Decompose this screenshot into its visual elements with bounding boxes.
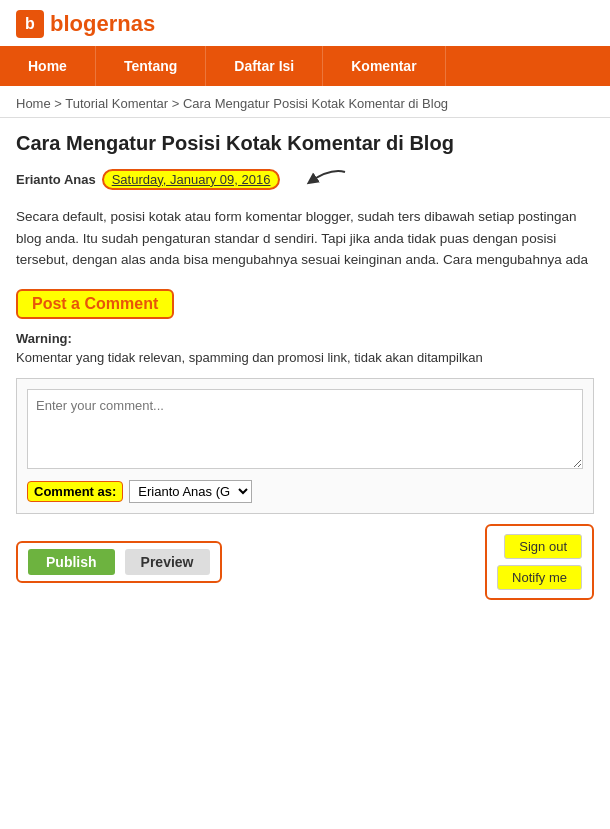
header: b blogernas <box>0 0 610 46</box>
preview-button[interactable]: Preview <box>125 549 210 575</box>
left-actions-group: Publish Preview <box>16 541 222 583</box>
nav-item-home[interactable]: Home <box>0 46 96 86</box>
notify-me-button[interactable]: Notify me <box>497 565 582 590</box>
post-meta: Erianto Anas Saturday, January 09, 2016 <box>16 164 594 194</box>
comment-box-wrapper: Comment as: Erianto Anas (G <box>16 378 594 514</box>
sign-out-button[interactable]: Sign out <box>504 534 582 559</box>
logo-text-prefix: blog <box>50 11 96 36</box>
nav-item-komentar[interactable]: Komentar <box>323 46 445 86</box>
right-actions-group: Sign out Notify me <box>485 524 594 600</box>
comment-section: Post a Comment Warning: Komentar yang ti… <box>16 289 594 600</box>
nav-item-daftar-isi[interactable]: Daftar Isi <box>206 46 323 86</box>
comment-as-select[interactable]: Erianto Anas (G <box>129 480 252 503</box>
main-nav: Home Tentang Daftar Isi Komentar <box>0 46 610 86</box>
comment-as-label: Comment as: <box>27 481 123 502</box>
logo-icon: b <box>16 10 44 38</box>
logo-text-suffix: ernas <box>96 11 155 36</box>
post-body: Secara default, posisi kotak atau form k… <box>16 206 594 271</box>
main-content: Cara Mengatur Posisi Kotak Komentar di B… <box>0 118 610 600</box>
warning-label: Warning: <box>16 331 72 346</box>
nav-item-tentang[interactable]: Tentang <box>96 46 206 86</box>
logo-text: blogernas <box>50 11 155 37</box>
breadcrumb: Home > Tutorial Komentar > Cara Mengatur… <box>0 86 610 118</box>
post-a-comment-label: Post a Comment <box>16 289 174 319</box>
arrow-annotation <box>290 164 350 194</box>
post-title: Cara Mengatur Posisi Kotak Komentar di B… <box>16 130 594 156</box>
post-author: Erianto Anas <box>16 172 96 187</box>
comment-as-row: Comment as: Erianto Anas (G <box>27 480 583 503</box>
post-date: Saturday, January 09, 2016 <box>102 169 281 190</box>
comment-actions-row: Publish Preview Sign out Notify me <box>16 524 594 600</box>
warning-body: Komentar yang tidak relevan, spamming da… <box>16 350 483 365</box>
warning-text: Warning: Komentar yang tidak relevan, sp… <box>16 329 594 368</box>
comment-textarea[interactable] <box>27 389 583 469</box>
publish-button[interactable]: Publish <box>28 549 115 575</box>
